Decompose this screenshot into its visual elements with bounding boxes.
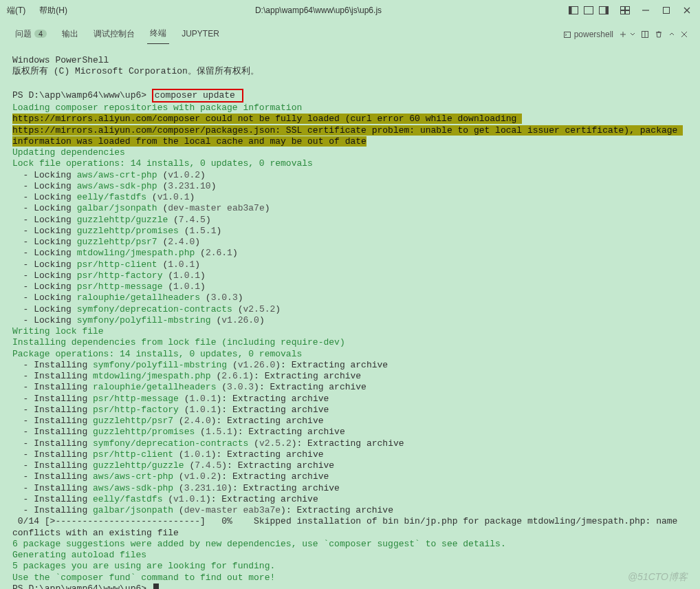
close-button[interactable] <box>677 3 697 18</box>
terminal-shell-selector[interactable]: powershell <box>563 30 613 39</box>
terminal-cursor <box>153 583 159 589</box>
layout-left-icon[interactable] <box>566 3 581 18</box>
terminal-output[interactable]: Windows PowerShell 版权所有 (C) Microsoft Co… <box>0 44 700 589</box>
svg-rect-1 <box>569 7 572 14</box>
svg-rect-6 <box>626 7 630 10</box>
svg-rect-5 <box>621 7 625 10</box>
svg-rect-2 <box>584 7 593 14</box>
watermark: @51CTO博客 <box>628 571 688 583</box>
tab-terminal[interactable]: 终端 <box>147 25 169 44</box>
svg-rect-7 <box>621 11 625 14</box>
minimize-button[interactable] <box>636 3 655 18</box>
menu-terminal[interactable]: 端(T) <box>3 3 29 18</box>
customize-layout-icon[interactable] <box>615 3 635 18</box>
tab-output[interactable]: 输出 <box>59 25 81 44</box>
problems-count-badge: 4 <box>34 30 47 38</box>
shell-label: powershell <box>574 30 613 39</box>
layout-right-icon[interactable] <box>596 3 611 18</box>
svg-rect-13 <box>564 32 570 38</box>
layout-bottom-icon[interactable] <box>581 3 596 18</box>
maximize-button[interactable] <box>657 3 676 18</box>
svg-rect-10 <box>664 8 670 14</box>
close-panel-button[interactable] <box>681 31 688 38</box>
kill-terminal-button[interactable] <box>655 30 663 39</box>
tab-problems-label: 问题 <box>15 29 32 39</box>
new-terminal-button[interactable] <box>619 30 635 39</box>
menu-help[interactable]: 帮助(H) <box>36 3 71 18</box>
tab-jupyter[interactable]: JUPYTER <box>179 26 222 43</box>
svg-rect-4 <box>606 7 609 14</box>
split-terminal-button[interactable] <box>641 30 649 39</box>
window-title: D:\app\wamp64\www\up6\js\up6.js <box>255 6 382 15</box>
panel-chevron-icon[interactable] <box>668 31 675 38</box>
tab-debug-console[interactable]: 调试控制台 <box>91 25 138 44</box>
tab-problems[interactable]: 问题4 <box>12 25 50 44</box>
svg-rect-8 <box>626 11 630 14</box>
